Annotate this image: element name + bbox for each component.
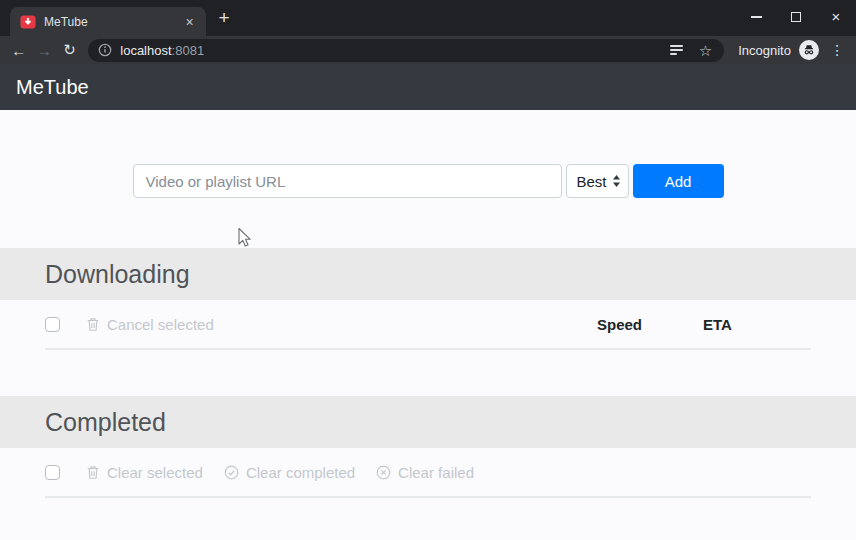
browser-window: MeTube × + × ← → ↻ localhost:8081 ☆ (0, 0, 856, 540)
forward-icon: → (31, 37, 56, 63)
clear-selected-label: Clear selected (107, 464, 203, 481)
browser-titlebar: MeTube × + × (0, 0, 856, 36)
app-title[interactable]: MeTube (16, 76, 89, 99)
x-circle-icon (376, 465, 391, 480)
eta-column-header: ETA (703, 300, 732, 348)
back-icon[interactable]: ← (6, 37, 31, 63)
add-button[interactable]: Add (633, 164, 724, 198)
select-all-downloading-checkbox[interactable] (45, 317, 60, 332)
clear-completed-button[interactable]: Clear completed (224, 464, 355, 481)
downloading-section-header: Downloading (0, 248, 856, 300)
check-circle-icon (224, 465, 239, 480)
speed-column-header: Speed (597, 300, 642, 348)
downloading-actions-row: Cancel selected Speed ETA (0, 300, 856, 348)
browser-toolbar: ← → ↻ localhost:8081 ☆ Incognito (0, 36, 856, 64)
info-icon[interactable] (98, 43, 112, 57)
tab-close-icon[interactable]: × (181, 13, 198, 30)
completed-section-header: Completed (0, 396, 856, 448)
maximize-icon (791, 12, 801, 22)
completed-title: Completed (45, 408, 166, 437)
downloading-divider (45, 348, 811, 350)
select-all-completed-checkbox[interactable] (45, 465, 60, 480)
clear-failed-button[interactable]: Clear failed (376, 464, 474, 481)
completed-actions-row: Clear selected Clear completed Clear fai… (0, 448, 856, 496)
clear-completed-label: Clear completed (246, 464, 355, 481)
url-input[interactable] (133, 164, 562, 198)
incognito-label: Incognito (738, 43, 791, 58)
app-navbar: MeTube (0, 64, 856, 110)
clear-failed-label: Clear failed (398, 464, 474, 481)
url-host: localhost (120, 43, 171, 58)
maximize-button[interactable] (776, 0, 816, 33)
trash-icon (86, 464, 100, 480)
reload-icon[interactable]: ↻ (57, 37, 82, 63)
bookmark-star-icon[interactable]: ☆ (699, 43, 712, 58)
quality-selected-value: Best (577, 173, 607, 190)
tab-title: MeTube (44, 15, 181, 29)
window-controls: × (736, 0, 856, 33)
add-url-form: Best Add (133, 164, 724, 198)
browser-menu-icon[interactable]: ⋮ (827, 39, 849, 61)
incognito-icon (799, 40, 819, 60)
browser-tab[interactable]: MeTube × (10, 7, 206, 36)
select-arrows-icon (612, 174, 621, 188)
close-button[interactable]: × (816, 0, 856, 33)
trash-icon (86, 316, 100, 332)
reading-list-icon[interactable] (670, 45, 683, 55)
address-bar[interactable]: localhost:8081 ☆ (88, 39, 724, 62)
cancel-selected-button[interactable]: Cancel selected (86, 316, 214, 333)
quality-select[interactable]: Best (566, 164, 629, 198)
new-tab-button[interactable]: + (212, 6, 236, 30)
downloading-title: Downloading (45, 260, 190, 289)
completed-divider (45, 496, 811, 498)
url-port: :8081 (172, 43, 205, 58)
clear-selected-button[interactable]: Clear selected (86, 464, 203, 481)
cancel-selected-label: Cancel selected (107, 316, 214, 333)
minimize-icon (751, 16, 762, 18)
metube-favicon-icon (20, 14, 36, 30)
minimize-button[interactable] (736, 0, 776, 33)
